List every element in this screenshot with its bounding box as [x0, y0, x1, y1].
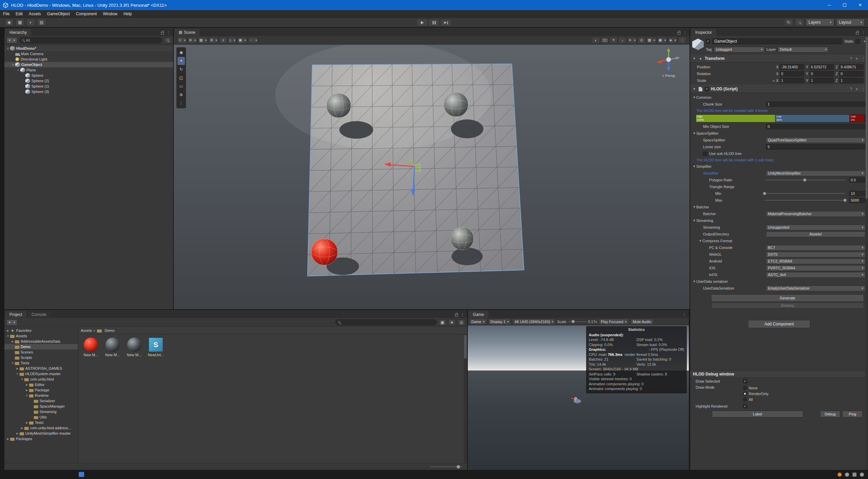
hlod-row-common[interactable]: ▼Common	[690, 94, 868, 101]
slider-thumb[interactable]	[763, 192, 766, 195]
hlod-level-bar[interactable]: High100%Low30%Cull1%	[696, 114, 865, 122]
create-asset-button[interactable]: +▾	[6, 319, 17, 325]
grid-visibility-dropdown[interactable]: ▦▾	[198, 37, 208, 44]
lod-segment-cull[interactable]: Cull1%	[850, 115, 865, 122]
breadcrumb-demo[interactable]: Demo	[105, 328, 115, 333]
panel-menu-icon[interactable]: ⋮	[862, 30, 865, 35]
hlod-row-streaming[interactable]: ▼Streaming	[690, 217, 868, 224]
destroy-button[interactable]: Destroy	[711, 302, 864, 309]
tab-scene[interactable]: Scene	[174, 29, 200, 36]
dropdown-webgl[interactable]: DXT5▾	[766, 252, 865, 257]
hlod-row-spacesplitter[interactable]: ▼SpaceSplitter	[690, 130, 868, 137]
foldout-arrow-icon[interactable]: ▼	[692, 132, 696, 135]
audio-toggle[interactable]: ♪	[618, 37, 626, 44]
project-folder-runtime[interactable]: ▼Runtime	[4, 393, 78, 398]
lock-icon[interactable]	[161, 32, 164, 35]
scale-tool[interactable]: ◱	[177, 74, 185, 82]
project-folder-assets[interactable]: ▼Assets	[4, 333, 78, 339]
hlod-row-userdata-serializer[interactable]: ▼UserData serializer	[690, 278, 868, 285]
camera-settings-dropdown[interactable]: ▣▾	[657, 37, 667, 44]
rotate-tool[interactable]: ↻	[177, 65, 185, 73]
collab-icon[interactable]	[860, 473, 864, 477]
search-by-label-icon[interactable]: ★	[448, 319, 456, 325]
asset-store-icon[interactable]: ▤	[37, 19, 46, 26]
field-chunk-size[interactable]: 1	[766, 101, 865, 107]
foldout-arrow-icon[interactable]: ▼	[692, 57, 696, 60]
dropdown-pc-console[interactable]: BC7▾	[766, 245, 865, 251]
hierarchy-item-directional-light[interactable]: Directional Light	[4, 56, 173, 62]
notification-icon[interactable]	[838, 473, 842, 477]
asset-tile-1[interactable]: New M...	[103, 338, 122, 357]
expand-arrow-icon[interactable]: ▶	[15, 432, 20, 435]
mute-audio-button[interactable]: Mute Audio	[630, 319, 654, 325]
dropdown-android[interactable]: ETC2_RGBA8▾	[766, 258, 865, 264]
expand-arrow-icon[interactable]: ▼	[11, 63, 15, 66]
transform-tool[interactable]: ⊕	[177, 91, 185, 99]
hierarchy-item-sphere-1[interactable]: Sphere (1)	[4, 84, 173, 89]
inspector-lock-icon[interactable]	[856, 32, 859, 35]
layer-dropdown[interactable]: Default▾	[778, 47, 828, 52]
project-folder-tools[interactable]: ▼Tools	[4, 360, 78, 366]
handle-space-dropdown[interactable]: ⊕▾	[188, 37, 197, 44]
create-menu-button[interactable]: +▾	[6, 37, 17, 43]
project-folder-spacemanager[interactable]: SpaceManager	[4, 404, 78, 409]
foldout-arrow-icon[interactable]: ▼	[692, 205, 696, 209]
project-folder-package[interactable]: ▶Package	[4, 387, 78, 393]
search-by-type-icon[interactable]: ▣	[439, 319, 446, 325]
lighting-toggle[interactable]: ☀	[609, 37, 618, 44]
play-button[interactable]	[416, 19, 428, 26]
pause-button[interactable]	[428, 19, 440, 26]
tab-console[interactable]: Console	[27, 311, 51, 318]
search-options-icon[interactable]	[164, 37, 171, 43]
expand-arrow-icon[interactable]: ▼	[20, 378, 24, 381]
foldout-arrow-icon[interactable]: ▼	[692, 87, 696, 91]
label-button[interactable]: Label	[712, 411, 803, 417]
activity-icon[interactable]	[852, 473, 857, 477]
transform-scale-x-field[interactable]: 1	[780, 78, 804, 83]
menu-window[interactable]: Window	[100, 10, 120, 17]
expand-arrow-icon[interactable]: ▶	[25, 383, 29, 386]
breadcrumb-assets[interactable]: Assets	[81, 328, 92, 333]
camera-dropdown[interactable]: ▣▾	[237, 37, 247, 44]
lod-segment-high[interactable]: High100%	[696, 115, 775, 122]
foldout-arrow-icon[interactable]: ▼	[698, 239, 702, 243]
dropdown-tvos[interactable]: ASTC_4x4▾	[766, 272, 865, 278]
dropdown-streaming[interactable]: Unsupported▾	[766, 225, 865, 230]
expand-arrow-icon[interactable]: ▶	[25, 389, 29, 392]
slider-polygon-ratio[interactable]	[765, 177, 845, 183]
tab-game[interactable]: Game	[468, 311, 488, 318]
grid-dropdown[interactable]: ▦▾	[646, 37, 656, 44]
project-folder-tests[interactable]: ▶Tests	[4, 420, 78, 425]
uniform-scale-link-icon[interactable]: ∞	[771, 79, 776, 83]
draw-mode-option-all[interactable]: All	[743, 396, 769, 402]
draw-selected-checkbox[interactable]: ✓	[743, 379, 747, 383]
layers-dropdown[interactable]: Layers▾	[806, 19, 834, 26]
project-folder-addressableassetsdata[interactable]: ▶AddressableAssetsData	[4, 339, 78, 344]
scene-orientation-gizmo[interactable]: < Persp	[652, 46, 685, 78]
display-dropdown[interactable]: Display 1▾	[488, 319, 511, 325]
menu-component[interactable]: Component	[73, 10, 100, 17]
hierarchy-item-gameobject[interactable]: ▼GameObject	[4, 62, 173, 67]
dropdown-batcher[interactable]: MaterialPreservingBatcher▾	[766, 211, 865, 217]
expand-arrow-icon[interactable]: ▶	[6, 437, 10, 440]
asset-tile-3[interactable]: SNewUnl...	[146, 338, 165, 357]
project-folder-demo[interactable]: Demo	[4, 344, 78, 349]
asset-tile-2[interactable]: New M...	[125, 338, 144, 357]
project-folder-favorites[interactable]: ▶★Favorites	[4, 328, 78, 333]
field-min[interactable]: 10	[849, 191, 865, 196]
field-polygon-ratio[interactable]: 0.5	[849, 177, 865, 183]
gizmos-dropdown[interactable]: ◈▾	[668, 37, 677, 44]
project-folder-streaming[interactable]: Streaming	[4, 409, 78, 414]
project-folder-com-unity-hlod-address[interactable]: ▶com.unity.hlod.address...	[4, 425, 78, 431]
scene-canvas[interactable]	[174, 45, 690, 309]
slider-thumb[interactable]	[803, 178, 806, 182]
field-min-object-size[interactable]: 0	[766, 124, 865, 129]
rect-tool[interactable]: ▭	[177, 82, 185, 90]
expand-arrow-icon[interactable]: ▼	[6, 335, 10, 338]
transform-component-header[interactable]: ▼ + Transform ? ≡ ⋮	[690, 54, 868, 63]
scale-slider[interactable]	[568, 321, 586, 322]
help-icon[interactable]: ?	[850, 87, 852, 91]
transform-scale-z-field[interactable]: 1	[839, 78, 864, 83]
presets-icon[interactable]: ≡	[856, 56, 858, 61]
expand-arrow-icon[interactable]: ▼	[15, 372, 20, 375]
